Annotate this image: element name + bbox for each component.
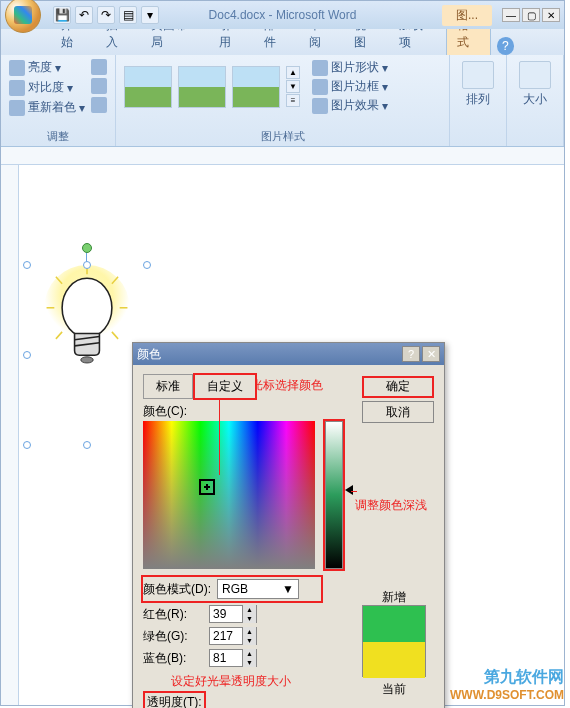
spin-down-button[interactable]: ▼ <box>242 658 256 667</box>
color-label: 颜色(C): <box>143 403 187 420</box>
qat-more-button[interactable]: ▾ <box>141 6 159 24</box>
redo-button[interactable]: ↷ <box>97 6 115 24</box>
undo-button[interactable]: ↶ <box>75 6 93 24</box>
help-button[interactable]: ? <box>497 37 514 55</box>
spin-up-button[interactable]: ▲ <box>242 649 256 658</box>
blue-value: 81 <box>210 651 242 665</box>
office-button[interactable] <box>5 0 41 33</box>
doc-title-text: Doc4.docx - Microsoft Word <box>209 8 357 22</box>
group-adjust: 亮度▾ 对比度▾ 重新着色▾ 调整 <box>1 55 116 146</box>
resize-handle-ne[interactable] <box>143 261 151 269</box>
current-color-swatch <box>363 642 425 678</box>
gallery-down-button[interactable]: ▼ <box>286 80 300 93</box>
quick-access-toolbar: 💾 ↶ ↷ ▤ ▾ <box>53 6 159 24</box>
arrange-icon <box>462 61 494 89</box>
dialog-title-text: 颜色 <box>137 346 161 363</box>
shape-icon <box>312 60 328 76</box>
titlebar: 💾 ↶ ↷ ▤ ▾ Doc4.docx - Microsoft Word 图..… <box>1 1 564 29</box>
save-button[interactable]: 💾 <box>53 6 71 24</box>
resize-handle-s[interactable] <box>83 441 91 449</box>
context-tab-label: 图... <box>442 5 492 26</box>
blue-label: 蓝色(B): <box>143 650 203 667</box>
effect-icon <box>312 98 328 114</box>
spin-up-button[interactable]: ▲ <box>242 605 256 614</box>
watermark-text-2: WWW.D9SOFT.COM <box>450 688 564 702</box>
document-area[interactable]: 颜色 ? ✕ 标准 自定义 确定 取消 颜色(C): <box>1 165 564 705</box>
border-icon <box>312 79 328 95</box>
pic-effect-button[interactable]: 图片效果▾ <box>312 97 388 114</box>
annotation-cursor: 光标选择颜色 <box>251 377 323 394</box>
style-thumb-2[interactable] <box>178 66 226 108</box>
arrange-button[interactable]: 排列 <box>458 59 498 110</box>
blue-input[interactable]: 81▲▼ <box>209 649 257 667</box>
ribbon-tabs: 开始 插入 页面布局 引用 邮件 审阅 视图 加载项 格式 ? <box>1 29 564 55</box>
resize-handle-w[interactable] <box>23 351 31 359</box>
group-styles-label: 图片样式 <box>124 127 441 144</box>
color-preview <box>362 605 426 677</box>
ruler-horizontal[interactable] <box>1 147 564 165</box>
new-color-swatch <box>363 606 425 642</box>
size-button[interactable]: 大小 <box>515 59 555 110</box>
minimize-button[interactable]: — <box>502 8 520 22</box>
recolor-button[interactable]: 重新着色▾ <box>9 99 85 116</box>
green-input[interactable]: 217▲▼ <box>209 627 257 645</box>
gallery-up-button[interactable]: ▲ <box>286 66 300 79</box>
dialog-help-button[interactable]: ? <box>402 346 420 362</box>
spin-down-button[interactable]: ▼ <box>242 614 256 623</box>
window-controls: — ▢ ✕ <box>502 8 560 22</box>
rotation-handle[interactable] <box>82 243 92 253</box>
color-mode-select[interactable]: RGB▼ <box>217 579 299 599</box>
ruler-vertical[interactable] <box>1 165 19 705</box>
color-field[interactable] <box>143 421 315 569</box>
contrast-button[interactable]: 对比度▾ <box>9 79 85 96</box>
selected-image[interactable] <box>27 265 147 445</box>
dialog-close-button[interactable]: ✕ <box>422 346 440 362</box>
new-color-label: 新增 <box>382 589 406 606</box>
maximize-button[interactable]: ▢ <box>522 8 540 22</box>
color-cursor-icon[interactable] <box>199 479 215 495</box>
lightness-pointer[interactable] <box>345 485 353 495</box>
chevron-down-icon: ▾ <box>67 81 73 95</box>
spin-down-button[interactable]: ▼ <box>242 636 256 645</box>
group-arrange: 排列 <box>450 55 507 146</box>
tab-custom[interactable]: 自定义 <box>193 373 257 400</box>
chevron-down-icon: ▾ <box>55 61 61 75</box>
contrast-icon <box>9 80 25 96</box>
compress-button[interactable] <box>91 59 107 75</box>
svg-point-11 <box>81 357 93 363</box>
group-adjust-label: 调整 <box>9 127 107 144</box>
group-size: 大小 <box>507 55 564 146</box>
pic-shape-button[interactable]: 图片形状▾ <box>312 59 388 76</box>
resize-handle-n[interactable] <box>83 261 91 269</box>
spin-up-button[interactable]: ▲ <box>242 627 256 636</box>
green-value: 217 <box>210 629 242 643</box>
annotation-line <box>219 389 220 475</box>
style-thumb-3[interactable] <box>232 66 280 108</box>
style-thumb-1[interactable] <box>124 66 172 108</box>
brightness-button[interactable]: 亮度▾ <box>9 59 85 76</box>
tab-standard[interactable]: 标准 <box>143 374 193 399</box>
recolor-label: 重新着色 <box>28 99 76 116</box>
print-button[interactable]: ▤ <box>119 6 137 24</box>
pic-border-button[interactable]: 图片边框▾ <box>312 78 388 95</box>
size-label: 大小 <box>523 91 547 108</box>
lightness-bar[interactable] <box>325 421 343 569</box>
reset-pic-button[interactable] <box>91 97 107 113</box>
chevron-down-icon: ▼ <box>282 582 294 596</box>
pic-shape-label: 图片形状 <box>331 59 379 76</box>
red-input[interactable]: 39▲▼ <box>209 605 257 623</box>
resize-handle-sw[interactable] <box>23 441 31 449</box>
close-button[interactable]: ✕ <box>542 8 560 22</box>
red-value: 39 <box>210 607 242 621</box>
window-title: Doc4.docx - Microsoft Word <box>209 8 357 22</box>
resize-handle-nw[interactable] <box>23 261 31 269</box>
change-pic-button[interactable] <box>91 78 107 94</box>
brightness-label: 亮度 <box>28 59 52 76</box>
cancel-button[interactable]: 取消 <box>362 401 434 423</box>
dialog-titlebar[interactable]: 颜色 ? ✕ <box>133 343 444 365</box>
gallery-more-button[interactable]: ≡ <box>286 94 300 107</box>
contrast-label: 对比度 <box>28 79 64 96</box>
red-label: 红色(R): <box>143 606 203 623</box>
mode-value: RGB <box>222 582 248 596</box>
ok-button[interactable]: 确定 <box>362 376 434 398</box>
